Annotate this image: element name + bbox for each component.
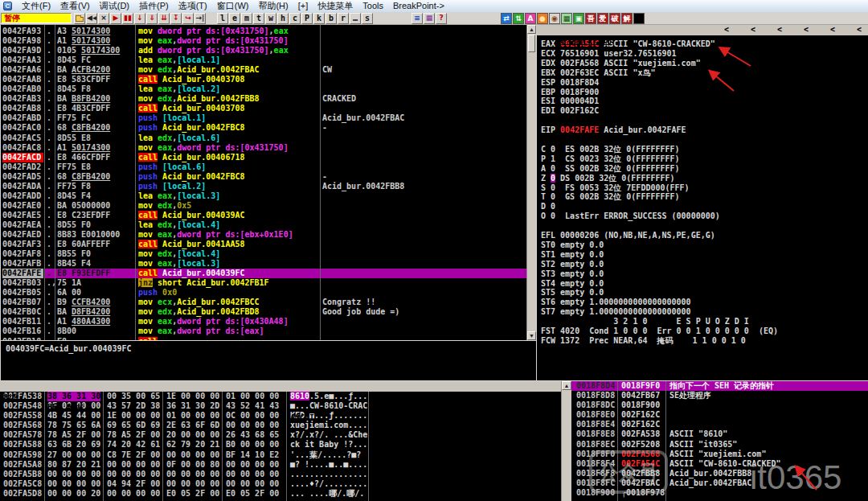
disasm-row[interactable]: 0042FAC8.A1 50174300mov eax,dword ptr ds… — [1, 143, 526, 153]
plugin-button-3[interactable]: ● — [537, 13, 548, 24]
step-into-button[interactable]: ↓ — [134, 13, 145, 24]
stack-row[interactable]: 0018F8E4002F162C — [571, 420, 868, 429]
disasm-row[interactable]: 0042FADA.FF75 F8push [local.2]Acid_bur.0… — [1, 182, 526, 191]
plugin-button-11[interactable] — [633, 13, 645, 24]
disasm-row[interactable]: 0042FB05.6A 00push 0x0 — [1, 288, 526, 298]
animate-over-button[interactable]: ↧ — [170, 13, 182, 24]
menu-item[interactable]: 插件(P) — [134, 0, 174, 12]
plugin-button-7[interactable]: 吾 — [585, 13, 596, 24]
disasm-row[interactable]: 0042FAF8.8B55 F0mov edx,[local.4] — [1, 249, 526, 259]
stack-row[interactable]: 0018F8DC0018F900 — [571, 400, 868, 410]
dump-row[interactable]: 002FA53838 36 31 3000 35 00 651E 00 00 0… — [0, 392, 561, 401]
scroll-down-icon[interactable]: ▼ — [527, 331, 536, 340]
plugin-button-9[interactable]: 破 — [609, 13, 620, 24]
disasm-row[interactable]: 0042FA98.A1 50174300mov eax,dword ptr ds… — [1, 36, 526, 46]
letter-button-r[interactable]: r — [338, 13, 349, 24]
pane-collapse-icon[interactable]: < — [857, 25, 862, 35]
letter-button-P[interactable]: P — [301, 13, 313, 24]
register-line[interactable]: EFL 00000206 (NO,NB,NE,A,NS,PE,GE,G) — [541, 231, 715, 240]
plugin-button-2[interactable]: A — [525, 13, 536, 24]
restart-button[interactable]: ◀◀ — [86, 13, 97, 24]
disasm-row[interactable]: 0042FAE5.E8 C23EFDFFcall Acid_bur.004039… — [1, 211, 526, 220]
disasm-row[interactable]: 0042FB07.B9 CCFB4200mov ecx,Acid_bur.004… — [1, 298, 526, 307]
menu-item[interactable]: 窗口(W) — [212, 0, 254, 12]
register-line[interactable]: ST4 empty 0.0 — [541, 279, 604, 289]
letter-button-l[interactable]: l — [217, 13, 228, 24]
disasm-row[interactable]: 0042FB16.8B00mov eax,dword ptr ds:[eax] — [1, 326, 526, 336]
plugin-button-1[interactable]: ⇅ — [513, 13, 524, 24]
app-icon[interactable]: C — [3, 2, 12, 10]
menu-item[interactable]: Tools — [358, 0, 388, 12]
pane-collapse-icon[interactable]: < — [830, 25, 835, 35]
stack-row[interactable]: 0018F8D40018F9F0指向下一个 SEH 记录的指针 — [571, 381, 868, 391]
register-line[interactable]: ESP 0018F8D4 — [541, 78, 599, 88]
register-line[interactable]: ST6 empty 1.0000000000000000000 — [541, 298, 691, 307]
plugin-button-6[interactable]: ▣ — [573, 13, 584, 24]
scroll-up-icon[interactable]: ▲ — [562, 381, 571, 390]
disasm-scrollbar[interactable]: ▲ ▼ — [526, 25, 536, 340]
register-line[interactable]: EIP 0042FAFE Acid_bur.0042FAFE — [541, 125, 686, 135]
dump-row[interactable]: 002FA59827 00 00 00C8 7E 2F 0000 00 00 0… — [0, 450, 561, 460]
disasm-row[interactable]: 0042FAED.8B83 E0010000mov eax,dword ptr … — [1, 230, 526, 240]
letter-button-m[interactable]: m — [241, 13, 252, 24]
dump-row[interactable]: 002FA57878 A5 2F 0078 A5 2F 0020 00 00 0… — [0, 430, 561, 440]
disasm-row[interactable]: 0042FA9D.0105 50174300add dword ptr ds:[… — [1, 46, 526, 55]
run-button[interactable]: ▶ — [110, 13, 121, 24]
disasm-row[interactable]: 0042FAFB.8B45 F4mov eax,[local.3] — [1, 259, 526, 269]
disasm-row[interactable]: 0042FAB3.BA B8FB4200mov edx,Acid_bur.004… — [1, 94, 526, 104]
disasm-row[interactable]: 0042FB03.,75 1Ajnz short Acid_bur.0042FB… — [1, 278, 526, 288]
dump-row[interactable]: 002FA5D800 00 00 2000 00 00 00E0 05 2F 0… — [0, 489, 561, 499]
dump-row[interactable]: 002FA56878 75 65 6A69 65 6D 692E 63 6F 6… — [0, 421, 561, 430]
register-line[interactable]: ESI 000004D1 — [541, 97, 599, 106]
disasm-row[interactable]: 0042FAE0.BA 05000000mov edx,0x5 — [1, 201, 526, 211]
step-over-button[interactable]: ⇓ — [146, 13, 158, 24]
letter-button-h[interactable]: h — [277, 13, 289, 24]
register-line[interactable]: D 0 — [541, 202, 555, 211]
register-line[interactable]: A 0 SS 002B 32位 0(FFFFFFFF) — [541, 164, 680, 174]
plugin-button-5[interactable]: ▦ — [561, 13, 572, 24]
register-line[interactable]: FST 4020 Cond 1 0 0 0 Err 0 0 1 0 0 0 0 … — [541, 326, 778, 336]
dump-row[interactable]: 002FA5B800 00 00 0000 00 00 0000 00 00 0… — [0, 470, 561, 479]
disasm-row[interactable]: 0042FACD.E8 466CFDFFcall Acid_bur.004067… — [1, 153, 526, 162]
stack-row[interactable]: 0018F8F80042FBB8Acid_bur.0042FBB8 — [571, 469, 868, 478]
plugin-button-10[interactable]: 解 — [621, 13, 633, 24]
menu-item[interactable]: 查看(V) — [55, 0, 95, 12]
windows-button[interactable]: ▦ — [424, 13, 435, 24]
register-line[interactable]: S 0 FS 0053 32位 7EFDD000(FFF) — [541, 183, 690, 193]
disasm-row[interactable]: 0042FADD.8D45 F4lea eax,[local.3] — [1, 191, 526, 201]
stack-row[interactable]: 0018F8E8002FA538ASCII "8610" — [571, 429, 868, 439]
register-line[interactable]: EDX 002FA568 ASCII "xuejiemi.com" — [541, 59, 701, 68]
register-line[interactable]: ST7 empty 1.0000000000000000000 — [541, 307, 691, 317]
disasm-row[interactable]: 0042FAC0.68 C8FB4200push Acid_bur.0042FB… — [1, 123, 526, 133]
disasm-row[interactable]: 0042FB11.A1 480A4300mov eax,dword ptr ds… — [1, 317, 526, 326]
dump-row[interactable]: 002FA5584B 45 44 001E 00 00 0001 00 00 0… — [0, 411, 561, 421]
dump-row[interactable]: 002FA58863 6B 20 6974 20 42 6162 79 20 2… — [0, 440, 561, 450]
menu-item[interactable]: 文件(F) — [17, 0, 55, 12]
disasm-row[interactable]: 0042FAD2.FF75 E8push [local.6] — [1, 162, 526, 172]
pane-collapse-icon[interactable]: < — [804, 25, 809, 35]
animate-into-button[interactable]: ⇊ — [158, 13, 170, 24]
close-button[interactable]: × — [98, 13, 109, 24]
disasm-row[interactable]: 0042FAAB.E8 583CFDFFcall Acid_bur.004037… — [1, 75, 526, 84]
disasm-row[interactable]: 0042FAEA.8D55 F0lea edx,[local.4] — [1, 220, 526, 230]
pane-collapse-icon[interactable]: < — [724, 25, 729, 35]
disasm-row[interactable]: 0042FB0C.BA D8FB4200mov edx,Acid_bur.004… — [1, 307, 526, 317]
menu-item[interactable]: [+] — [293, 0, 313, 12]
letter-button-b[interactable]: b — [326, 13, 337, 24]
go-to-button[interactable]: →| — [194, 13, 206, 24]
register-line[interactable]: 3 2 1 0 E S P U O Z D I — [541, 317, 749, 326]
menu-item[interactable]: 调试(D) — [95, 0, 134, 12]
disasm-row[interactable]: 0042FA93.A3 50174300mov dword ptr ds:[0x… — [1, 27, 526, 36]
open-file-button[interactable] — [74, 13, 85, 24]
disasm-row[interactable]: 0042FAF3.E8 60AFFEFFcall Acid_bur.0041AA… — [1, 240, 526, 249]
stack-row[interactable]: 0018F8F4002FA54CASCII "CW-8610-CRACKED" — [571, 459, 868, 469]
register-line[interactable]: ST3 empty 0.0 — [541, 269, 604, 279]
menu-item[interactable]: 快捷菜单 — [313, 0, 358, 12]
letter-button-s[interactable]: s — [362, 13, 373, 24]
letter-button-t[interactable]: t — [253, 13, 264, 24]
dump-scrollbar[interactable]: ▲ — [561, 381, 571, 501]
disasm-row[interactable]: 0042FAA6.BA ACFB4200mov edx,Acid_bur.004… — [1, 65, 526, 75]
stack-row[interactable]: 0018F900┌0018F978 — [571, 488, 868, 498]
dump-row[interactable]: 002FA5C800 00 00 0004 94 2F 0000 00 00 0… — [0, 479, 561, 489]
disasm-row[interactable]: 0042FAB8.E8 4B3CFDFFcall Acid_bur.004037… — [1, 104, 526, 113]
